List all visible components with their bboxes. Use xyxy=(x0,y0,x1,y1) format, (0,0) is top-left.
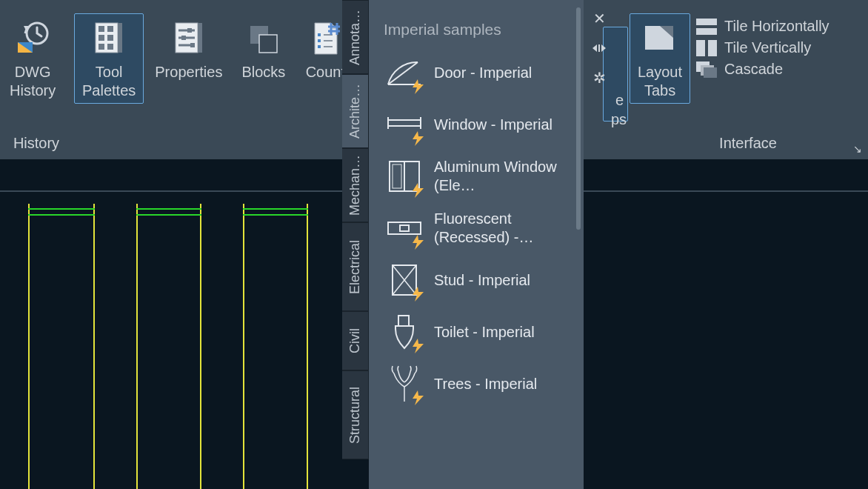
dynamic-bolt-icon xyxy=(410,182,427,199)
palette-tab-mechanical[interactable]: Mechan… xyxy=(342,148,369,222)
svg-rect-35 xyxy=(696,28,717,35)
panel-label-interface: Interface ↘ xyxy=(628,130,868,159)
palette-item-label: Aluminum Window (Ele… xyxy=(434,158,560,195)
palette-item-label: Door - Imperial xyxy=(434,64,532,82)
palette-item-toilet[interactable]: Toilet - Imperial xyxy=(384,308,584,356)
tool-palettes-label: ToolPalettes xyxy=(82,63,136,100)
cascade-label: Cascade xyxy=(724,61,783,78)
svg-marker-64 xyxy=(601,44,606,52)
svg-rect-34 xyxy=(696,19,717,25)
palette-item-label: Stud - Imperial xyxy=(434,271,530,290)
svg-rect-24 xyxy=(318,45,321,48)
tile-vertically-icon xyxy=(696,40,717,56)
palette-scrollbar[interactable] xyxy=(576,7,581,230)
expand-arrow-icon[interactable]: ↘ xyxy=(853,143,862,155)
svg-rect-18 xyxy=(190,43,195,47)
drawing-line xyxy=(243,214,308,216)
palette-tab-electrical[interactable]: Electrical xyxy=(342,222,369,311)
dynamic-bolt-icon xyxy=(410,286,427,302)
palette-controls: ✕ ✲ xyxy=(591,10,607,86)
fluorescent-icon xyxy=(384,207,425,249)
drawing-line xyxy=(136,208,201,210)
palette-tab-architectural[interactable]: Archite… xyxy=(342,74,369,148)
svg-rect-6 xyxy=(107,26,113,32)
blocks-button[interactable]: Blocks xyxy=(233,13,293,85)
drawing-line xyxy=(136,214,201,216)
fragment-label-e: e xyxy=(615,92,624,109)
tool-palettes-icon xyxy=(88,17,130,59)
layout-tabs-button[interactable]: LayoutTabs xyxy=(630,13,690,104)
properties-icon xyxy=(168,17,210,59)
count-label: Count xyxy=(306,63,345,82)
blocks-label: Blocks xyxy=(241,63,285,82)
palette-item-trees[interactable]: Trees - Imperial xyxy=(384,360,584,408)
dwg-history-icon xyxy=(12,17,53,59)
svg-rect-7 xyxy=(99,35,104,41)
drawing-line xyxy=(93,204,95,489)
drawing-line xyxy=(243,204,244,489)
dynamic-bolt-icon xyxy=(410,338,427,354)
drawing-line xyxy=(28,214,95,216)
svg-rect-21 xyxy=(259,35,277,53)
drawing-line xyxy=(200,204,201,489)
cascade-icon xyxy=(696,61,717,78)
palette-item-aluminum-window[interactable]: Aluminum Window (Ele… xyxy=(384,153,584,200)
svg-rect-9 xyxy=(99,44,104,50)
svg-rect-22 xyxy=(318,33,321,36)
palette-tab-structural[interactable]: Structural xyxy=(342,370,369,459)
palette-title: Imperial samples xyxy=(369,0,584,49)
collapse-icon[interactable] xyxy=(591,40,607,56)
tool-palettes-button[interactable]: ToolPalettes xyxy=(74,13,144,104)
tile-vertically-button[interactable]: Tile Vertically xyxy=(696,39,829,56)
toilet-icon xyxy=(384,311,425,353)
drawing-line xyxy=(28,204,30,489)
stud-icon xyxy=(384,259,425,301)
layout-tabs-icon xyxy=(639,17,681,59)
svg-rect-10 xyxy=(107,44,113,50)
layout-tabs-label: LayoutTabs xyxy=(638,63,682,100)
palette-item-fluorescent[interactable]: Fluorescent (Recessed) -… xyxy=(384,204,584,252)
dynamic-bolt-icon xyxy=(410,130,427,147)
gear-icon[interactable]: ✲ xyxy=(591,70,607,86)
dynamic-bolt-icon xyxy=(410,234,427,250)
palette-item-label: Fluorescent (Recessed) -… xyxy=(434,210,560,247)
tile-horizontally-button[interactable]: Tile Horizontally xyxy=(696,18,829,35)
svg-rect-52 xyxy=(400,225,409,231)
palette-tab-strip: Annota… Archite… Mechan… Electrical Civi… xyxy=(342,0,369,459)
aluminum-window-icon xyxy=(384,156,425,197)
svg-rect-11 xyxy=(118,23,122,53)
palette-list: Door - Imperial Window - Imperial xyxy=(369,49,584,408)
tile-horizontally-label: Tile Horizontally xyxy=(724,18,829,35)
fragment-label-ps: ps xyxy=(611,111,627,128)
close-icon[interactable]: ✕ xyxy=(591,10,607,27)
palette-tab-annotation[interactable]: Annota… xyxy=(342,0,369,74)
cascade-button[interactable]: Cascade xyxy=(696,61,829,78)
svg-rect-51 xyxy=(388,222,421,234)
palette-tab-civil[interactable]: Civil xyxy=(342,311,369,370)
palette-item-window[interactable]: Window - Imperial xyxy=(384,101,584,148)
palette-item-label: Toilet - Imperial xyxy=(434,323,535,342)
drawing-line xyxy=(136,204,138,489)
svg-marker-41 xyxy=(413,79,424,94)
svg-rect-58 xyxy=(398,316,409,326)
svg-rect-5 xyxy=(99,26,104,32)
drawing-line xyxy=(28,208,95,210)
palette-item-stud[interactable]: Stud - Imperial xyxy=(384,256,584,304)
properties-button[interactable]: Properties xyxy=(147,13,230,85)
trees-icon xyxy=(384,363,425,405)
door-icon xyxy=(384,52,425,93)
svg-rect-23 xyxy=(318,39,321,42)
ribbon-right: LayoutTabs Tile Horizontally Tile Vertic… xyxy=(628,0,868,159)
dwg-history-button[interactable]: DWGHistory xyxy=(1,13,64,104)
drawing-line xyxy=(243,208,308,210)
properties-label: Properties xyxy=(155,63,222,82)
svg-rect-40 xyxy=(704,67,717,78)
palette-item-door[interactable]: Door - Imperial xyxy=(384,49,584,96)
tile-vertically-label: Tile Vertically xyxy=(724,39,811,56)
svg-rect-8 xyxy=(107,35,113,41)
svg-rect-16 xyxy=(181,36,186,40)
dwg-history-label: DWGHistory xyxy=(10,63,56,100)
tile-horizontally-icon xyxy=(696,19,717,35)
svg-rect-63 xyxy=(598,44,600,52)
svg-marker-46 xyxy=(413,131,424,146)
